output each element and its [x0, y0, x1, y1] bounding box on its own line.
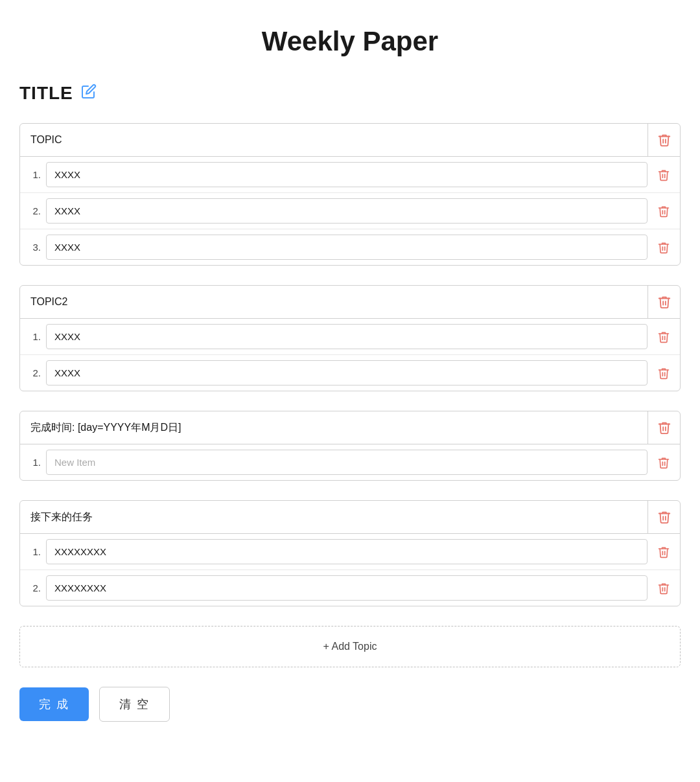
- item-input-t4-i1[interactable]: [46, 539, 648, 564]
- item-input-t1-i1[interactable]: [46, 162, 648, 187]
- item-row-t4-i1: 1.: [20, 534, 680, 570]
- item-row-t1-i2: 2.: [20, 193, 680, 229]
- trash-icon: [657, 420, 671, 435]
- item-number-t2-i1: 1.: [20, 331, 46, 342]
- item-trash-icon: [657, 367, 670, 380]
- item-row-t4-i2: 2.: [20, 570, 680, 606]
- topic-delete-button-1[interactable]: [648, 124, 680, 156]
- item-number-t1-i1: 1.: [20, 169, 46, 180]
- item-number-t1-i3: 3.: [20, 242, 46, 253]
- topic-block-4: 1.2.: [19, 500, 681, 606]
- trash-icon: [657, 510, 671, 524]
- item-input-t2-i1[interactable]: [46, 324, 648, 349]
- topic-delete-button-3[interactable]: [648, 411, 680, 444]
- topic-header-3: [20, 411, 680, 444]
- item-row-t1-i3: 3.: [20, 229, 680, 265]
- topic-header-4: [20, 501, 680, 534]
- add-topic-button[interactable]: + Add Topic: [19, 626, 681, 667]
- page-title: Weekly Paper: [19, 19, 681, 57]
- add-topic-label: + Add Topic: [323, 641, 377, 652]
- item-number-t2-i2: 2.: [20, 367, 46, 378]
- item-input-t1-i3[interactable]: [46, 235, 648, 260]
- item-row-t3-i1: 1.: [20, 444, 680, 480]
- item-row-t1-i1: 1.: [20, 157, 680, 193]
- item-number-t1-i2: 2.: [20, 205, 46, 216]
- topic-title-input-2[interactable]: [20, 287, 648, 317]
- item-trash-icon: [657, 582, 670, 595]
- topic-title-input-1[interactable]: [20, 125, 648, 155]
- item-trash-icon: [657, 241, 670, 254]
- complete-button[interactable]: 完 成: [19, 687, 89, 721]
- item-trash-icon: [657, 546, 670, 558]
- item-trash-icon: [657, 456, 670, 469]
- topic-title-input-3[interactable]: [20, 413, 648, 443]
- item-row-t2-i2: 2.: [20, 355, 680, 391]
- item-delete-button-t1-i3[interactable]: [648, 231, 680, 264]
- item-number-t4-i1: 1.: [20, 546, 46, 557]
- topic-header-1: [20, 124, 680, 157]
- edit-icon[interactable]: [81, 84, 97, 103]
- topic-block-2: 1.2.: [19, 285, 681, 391]
- item-delete-button-t4-i1[interactable]: [648, 536, 680, 568]
- trash-icon: [657, 133, 671, 147]
- topic-block-1: 1.2.3.: [19, 123, 681, 266]
- item-delete-button-t1-i2[interactable]: [648, 195, 680, 227]
- title-row: TITLE: [19, 83, 681, 104]
- item-number-t3-i1: 1.: [20, 457, 46, 468]
- item-delete-button-t2-i2[interactable]: [648, 357, 680, 389]
- item-input-t1-i2[interactable]: [46, 198, 648, 224]
- item-delete-button-t3-i1[interactable]: [648, 446, 680, 479]
- title-label: TITLE: [19, 83, 73, 104]
- item-trash-icon: [657, 205, 670, 218]
- topic-title-input-4[interactable]: [20, 502, 648, 532]
- topics-container: 1.2.3.1.2.1.1.2.: [19, 123, 681, 606]
- item-input-t4-i2[interactable]: [46, 575, 648, 601]
- topic-block-3: 1.: [19, 411, 681, 481]
- clear-button[interactable]: 清 空: [99, 687, 170, 722]
- item-delete-button-t2-i1[interactable]: [648, 321, 680, 353]
- item-trash-icon: [657, 168, 670, 181]
- item-input-t3-i1[interactable]: [46, 450, 648, 475]
- item-number-t4-i2: 2.: [20, 582, 46, 593]
- topic-header-2: [20, 286, 680, 319]
- item-input-t2-i2[interactable]: [46, 360, 648, 385]
- item-delete-button-t1-i1[interactable]: [648, 159, 680, 191]
- topic-delete-button-4[interactable]: [648, 501, 680, 533]
- topic-delete-button-2[interactable]: [648, 286, 680, 318]
- item-delete-button-t4-i2[interactable]: [648, 572, 680, 604]
- item-trash-icon: [657, 330, 670, 343]
- bottom-buttons: 完 成 清 空: [19, 687, 681, 722]
- trash-icon: [657, 295, 671, 309]
- item-row-t2-i1: 1.: [20, 319, 680, 355]
